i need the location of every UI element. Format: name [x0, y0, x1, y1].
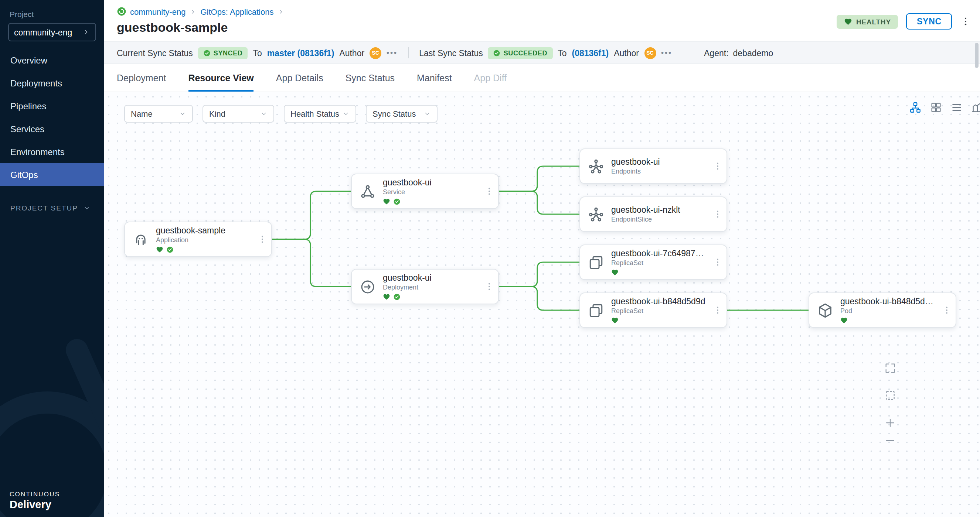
node-menu-kebab-icon[interactable]: [484, 281, 495, 292]
tab-app-diff[interactable]: App Diff: [474, 64, 507, 92]
sidebar-item-services[interactable]: Services: [0, 117, 104, 140]
resource-node-rs1[interactable]: guestbook-ui-7c64987dc9ReplicaSet: [579, 244, 727, 280]
scrollbar-thumb[interactable]: [975, 43, 978, 68]
chevron-down-icon: [342, 110, 350, 117]
sidebar-item-pipelines[interactable]: Pipelines: [0, 95, 104, 117]
sidebar-item-environments[interactable]: Environments: [0, 140, 104, 163]
application-icon: [132, 231, 149, 248]
resource-node-eps[interactable]: guestbook-ui-nzkltEndpointSlice: [579, 197, 727, 232]
filter-health-status[interactable]: Health Status: [284, 105, 356, 123]
resource-node-app[interactable]: guestbook-sampleApplication: [124, 222, 272, 257]
resource-node-deploy[interactable]: guestbook-uiDeployment: [351, 269, 499, 304]
chevron-right-icon: [277, 8, 285, 15]
resource-node-svc[interactable]: guestbook-uiService: [351, 174, 499, 209]
check-circle-icon: [493, 49, 501, 57]
service-icon: [359, 183, 376, 200]
resource-name: guestbook-sample: [156, 226, 251, 235]
breadcrumb-project-link[interactable]: community-eng: [130, 7, 186, 16]
tab-app-details[interactable]: App Details: [276, 64, 323, 92]
node-menu-kebab-icon[interactable]: [713, 208, 723, 220]
sidebar-watermark: [0, 330, 104, 517]
project-label: Project: [10, 10, 104, 19]
healthy-heart-icon: [156, 246, 163, 253]
node-menu-kebab-icon[interactable]: [713, 304, 723, 316]
filter-name[interactable]: Name: [124, 105, 193, 123]
resource-node-rs2[interactable]: guestbook-ui-b848d5d9dReplicaSet: [579, 292, 727, 328]
tab-manifest[interactable]: Manifest: [417, 64, 452, 92]
filter-sync-status[interactable]: Sync Status: [366, 105, 438, 123]
project-selector[interactable]: community-eng: [8, 23, 96, 41]
grid-view-icon: [930, 101, 942, 114]
fit-selection-button[interactable]: [882, 387, 898, 403]
author-avatar[interactable]: SC: [369, 47, 381, 59]
chevron-down-icon: [260, 110, 267, 117]
sidebar-item-overview[interactable]: Overview: [0, 49, 104, 71]
resource-name: guestbook-ui-b848d5d9...: [840, 297, 935, 306]
succeeded-badge-label: SUCCEEDED: [504, 49, 547, 57]
edge-svc-ep: [499, 166, 579, 191]
list-view-button[interactable]: [950, 101, 963, 114]
resource-name: guestbook-ui-b848d5d9d: [611, 297, 706, 306]
chevron-down-icon: [423, 110, 431, 117]
synced-check-icon: [393, 198, 401, 205]
resource-kind: ReplicaSet: [611, 307, 706, 315]
node-menu-kebab-icon[interactable]: [942, 304, 952, 316]
endpoints-icon: [587, 158, 605, 174]
tab-resource-view[interactable]: Resource View: [188, 64, 253, 92]
fullscreen-button[interactable]: [882, 360, 898, 376]
resource-name: guestbook-ui: [383, 178, 477, 187]
healthy-heart-icon: [611, 268, 619, 276]
sidebar-item-gitops[interactable]: GitOps: [0, 163, 104, 186]
edge-app-svc: [272, 191, 351, 239]
tree-view-icon: [909, 101, 922, 114]
filter-bar: NameKindHealth StatusSync Status: [124, 105, 438, 123]
zoom-out-button[interactable]: [882, 432, 898, 448]
chevron-down-icon: [179, 110, 186, 117]
filter-kind[interactable]: Kind: [202, 105, 274, 123]
commit-message-ellipsis[interactable]: •••: [387, 49, 398, 57]
gitops-agent-icon: [117, 6, 126, 16]
to-label: To: [253, 48, 262, 57]
commit-message-ellipsis[interactable]: •••: [661, 49, 672, 57]
current-target-revision-link[interactable]: master (08136f1): [267, 48, 334, 57]
group-view-button[interactable]: [971, 101, 980, 114]
grid-view-button[interactable]: [930, 101, 942, 114]
filter-label: Name: [131, 109, 153, 118]
zoom-in-button[interactable]: [882, 414, 898, 431]
resource-node-pod[interactable]: guestbook-ui-b848d5d9...Pod: [808, 292, 956, 328]
resource-status-icons: [840, 317, 935, 324]
filter-label: Health Status: [290, 109, 339, 118]
chevron-right-icon: [189, 8, 197, 15]
breadcrumb: community-eng GitOps: Applications: [117, 6, 285, 16]
sync-button[interactable]: SYNC: [907, 13, 952, 30]
to-label: To: [558, 48, 566, 57]
breadcrumb-applications-link[interactable]: GitOps: Applications: [200, 7, 274, 16]
resource-node-ep[interactable]: guestbook-uiEndpoints: [579, 149, 727, 184]
app-menu-kebab-icon[interactable]: [960, 16, 971, 27]
succeeded-badge: SUCCEEDED: [488, 47, 552, 59]
node-menu-kebab-icon[interactable]: [713, 256, 723, 268]
resource-kind: Pod: [840, 307, 935, 315]
fit-selection-icon: [883, 389, 896, 401]
main-content: community-eng GitOps: Applications guest…: [104, 0, 980, 517]
resource-name: guestbook-ui-nzklt: [611, 205, 706, 215]
brand-line1: CONTINUOUS: [10, 490, 60, 498]
node-menu-kebab-icon[interactable]: [257, 233, 267, 245]
last-target-revision-link[interactable]: (08136f1): [572, 48, 609, 57]
sidebar-item-deployments[interactable]: Deployments: [0, 71, 104, 95]
tab-deployment[interactable]: Deployment: [117, 64, 166, 92]
tree-view-button[interactable]: [909, 101, 922, 114]
page-header-actions: HEALTHY SYNC: [837, 12, 971, 31]
edge-deploy-rs2: [499, 287, 579, 310]
tab-sync-status[interactable]: Sync Status: [345, 64, 395, 92]
project-setup-toggle[interactable]: PROJECT SETUP: [10, 204, 94, 212]
check-circle-icon: [203, 49, 211, 57]
author-avatar[interactable]: SC: [644, 47, 656, 59]
endpointslice-icon: [587, 206, 605, 223]
resource-kind: Deployment: [383, 284, 477, 291]
resource-name: guestbook-ui: [383, 273, 477, 282]
node-menu-kebab-icon[interactable]: [484, 186, 495, 197]
synced-badge: SYNCED: [198, 47, 248, 59]
page-header-left: community-eng GitOps: Applications guest…: [117, 6, 285, 41]
node-menu-kebab-icon[interactable]: [713, 160, 723, 172]
